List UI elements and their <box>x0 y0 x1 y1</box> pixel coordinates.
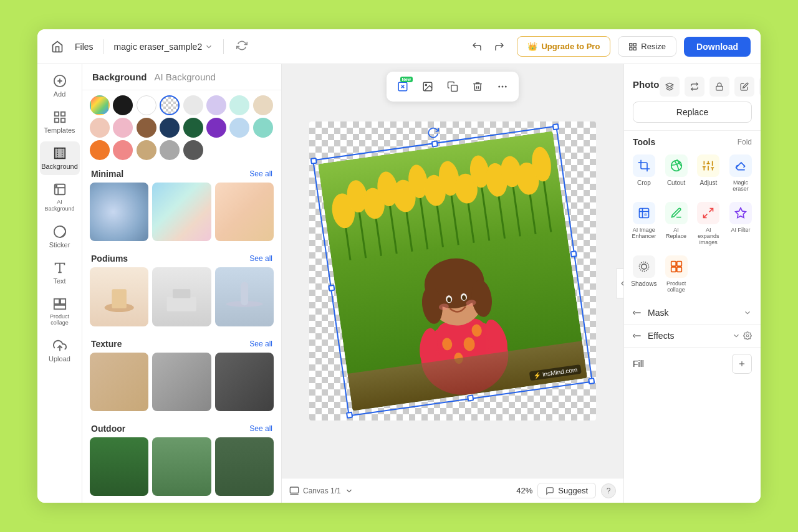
minimal-thumb-3[interactable] <box>215 183 274 241</box>
handle-bottom-mid[interactable] <box>467 394 474 401</box>
redo-button[interactable] <box>489 37 509 57</box>
effects-accordion-header[interactable]: Effects <box>624 325 761 347</box>
texture-thumb-3[interactable] <box>215 353 274 411</box>
color-swatch-brown[interactable] <box>137 118 156 138</box>
sidebar-item-add[interactable]: Add <box>40 69 80 103</box>
outdoor-thumb-3[interactable] <box>215 437 274 496</box>
color-swatch-navy[interactable] <box>160 118 180 138</box>
panel-tab-background[interactable]: Background <box>92 72 147 82</box>
mask-accordion-header[interactable]: Mask <box>624 302 761 324</box>
flip-icon-btn[interactable] <box>685 77 704 97</box>
minimal-thumb-2[interactable] <box>152 183 211 241</box>
color-swatch-teal[interactable] <box>253 118 273 138</box>
ai-tool-button[interactable]: New <box>392 75 414 98</box>
duplicate-button[interactable] <box>441 75 464 98</box>
layers-icon-btn[interactable] <box>660 77 680 97</box>
fold-link[interactable]: Fold <box>738 138 752 146</box>
suggest-button[interactable]: Suggest <box>537 483 596 498</box>
color-swatch-tan[interactable] <box>137 140 156 160</box>
color-swatch-purple[interactable] <box>206 118 226 138</box>
handle-mid-right[interactable] <box>570 250 577 257</box>
minimal-thumb-1[interactable] <box>90 183 148 241</box>
sidebar-item-templates[interactable]: Templates <box>40 105 80 139</box>
tool-crop[interactable]: Crop <box>629 151 659 196</box>
tool-ai-replace[interactable]: AI Replace <box>661 198 691 249</box>
color-swatch-pink[interactable] <box>113 118 133 138</box>
color-swatch-beige[interactable] <box>253 95 273 115</box>
podium-thumb-1[interactable] <box>90 267 148 326</box>
effects-settings-icon[interactable] <box>743 331 752 340</box>
handle-mid-left[interactable] <box>328 285 335 292</box>
tool-magic-eraser[interactable]: Magic eraser <box>726 151 756 196</box>
tool-ai-image-enhancer[interactable]: AI Image Enhancer <box>629 198 659 249</box>
outdoor-thumb-2[interactable] <box>152 437 211 496</box>
download-button[interactable]: Download <box>684 37 751 57</box>
handle-top-left[interactable] <box>310 158 317 164</box>
sidebar-item-product-collage[interactable]: Product collage <box>40 292 80 332</box>
color-swatch-black[interactable] <box>113 95 133 115</box>
texture-thumb-2[interactable] <box>152 353 211 411</box>
color-swatch-gradient[interactable] <box>90 95 110 115</box>
section-texture-see-all[interactable]: See all <box>249 340 272 348</box>
replace-button[interactable]: Replace <box>633 102 752 123</box>
handle-top-right[interactable] <box>552 123 559 130</box>
color-swatch-mid-gray[interactable] <box>160 140 180 160</box>
color-swatch-peach[interactable] <box>90 118 110 138</box>
more-options-button[interactable] <box>491 75 514 98</box>
help-button[interactable]: ? <box>601 483 616 498</box>
handle-bottom-right[interactable] <box>588 378 595 384</box>
image-frame[interactable]: ⚡ insMind.com <box>309 121 596 420</box>
rename-icon-btn[interactable] <box>734 77 754 97</box>
podium-thumb-2[interactable] <box>152 267 211 326</box>
canvas-content[interactable]: ⚡ insMind.com <box>282 64 623 478</box>
files-button[interactable]: Files <box>75 42 94 52</box>
sync-icon[interactable] <box>234 37 250 56</box>
tool-shadows[interactable]: Shadows <box>629 252 659 297</box>
color-swatch-transparent[interactable] <box>160 95 180 115</box>
sidebar-item-sticker[interactable]: Sticker <box>40 220 80 254</box>
rotate-handle[interactable] <box>426 126 441 140</box>
svg-point-110 <box>746 335 749 337</box>
color-swatch-dark-green[interactable] <box>183 118 203 138</box>
color-swatch-white[interactable] <box>137 95 156 115</box>
image-tool-button[interactable] <box>416 75 439 98</box>
podium-thumb-3[interactable] <box>215 267 274 326</box>
tool-cutout[interactable]: Cutout <box>661 151 691 196</box>
color-swatch-light-gray[interactable] <box>183 95 203 115</box>
texture-thumb-1[interactable] <box>90 353 148 411</box>
section-podiums-see-all[interactable]: See all <box>249 254 272 263</box>
section-outdoor-see-all[interactable]: See all <box>249 424 272 433</box>
tool-product-collage[interactable]: Product collage <box>661 252 691 297</box>
resize-button[interactable]: Resize <box>618 36 676 57</box>
tool-adjust[interactable]: Adjust <box>694 151 724 196</box>
home-button[interactable] <box>47 37 67 57</box>
panel-tab-ai-background[interactable]: AI Background <box>155 72 216 82</box>
color-swatch-lavender[interactable] <box>206 95 226 115</box>
canvas-info-text: Canvas 1/1 <box>303 487 341 495</box>
fill-section: Fill <box>624 348 761 380</box>
delete-button[interactable] <box>466 75 489 98</box>
handle-bottom-left[interactable] <box>346 412 353 419</box>
sidebar-item-background[interactable]: Background <box>40 141 80 175</box>
undo-button[interactable] <box>467 37 487 57</box>
color-swatch-sky-blue[interactable] <box>229 118 249 138</box>
upgrade-button[interactable]: 👑 Upgrade to Pro <box>517 36 610 57</box>
fill-add-button[interactable] <box>732 354 752 374</box>
color-swatch-orange[interactable] <box>90 140 110 160</box>
duplicate-icon-btn[interactable] <box>759 77 761 97</box>
sidebar-item-ai-background[interactable]: AI Background <box>40 178 80 217</box>
filename-button[interactable]: magic eraser_sample2 <box>114 42 214 52</box>
sidebar-item-upload[interactable]: Upload <box>40 334 80 368</box>
color-swatch-dark-gray[interactable] <box>183 140 203 160</box>
color-swatch-mint[interactable] <box>229 95 249 115</box>
tool-ai-filter[interactable]: AI Filter <box>726 198 756 249</box>
collapse-panel-button[interactable] <box>616 268 623 298</box>
tool-ai-expands[interactable]: AI expands images <box>694 198 724 249</box>
sidebar-item-text[interactable]: Text <box>40 256 80 290</box>
lock-icon-btn[interactable] <box>709 77 729 97</box>
color-swatch-salmon[interactable] <box>113 140 133 160</box>
section-minimal-see-all[interactable]: See all <box>249 169 272 178</box>
section-outdoor-header: Outdoor See all <box>82 417 281 437</box>
outdoor-thumb-1[interactable] <box>90 437 148 496</box>
handle-top-mid[interactable] <box>431 140 438 147</box>
